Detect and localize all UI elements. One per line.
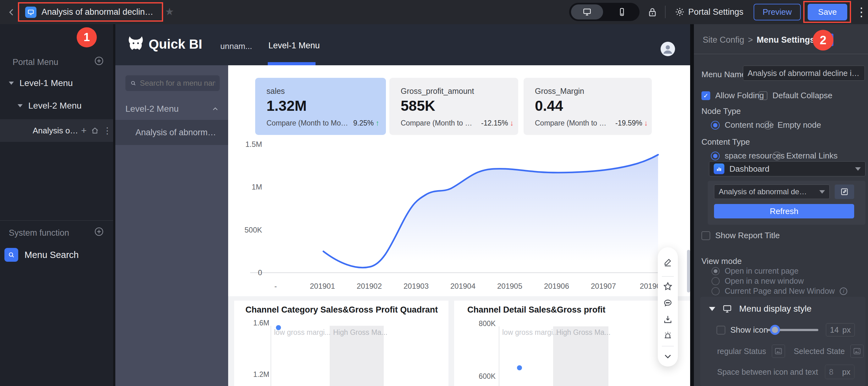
info-icon[interactable]: i — [840, 287, 847, 295]
user-icon — [661, 43, 674, 55]
radio-unselected-disabled[interactable] — [712, 277, 720, 285]
device-mobile-segment[interactable] — [606, 4, 638, 20]
image-placeholder-icon — [852, 347, 861, 356]
radio-selected-disabled[interactable] — [712, 267, 720, 275]
dashboard-tile — [714, 164, 724, 174]
add-system-function-button[interactable] — [94, 226, 104, 237]
y-tick: 1.2M — [250, 370, 269, 379]
report-select[interactable]: Analysis of abnormal decline in ... — [714, 184, 830, 199]
radio-empty-node[interactable]: Empty node — [764, 120, 821, 130]
tree-item-level1[interactable]: Level-1 Menu — [9, 77, 73, 90]
radio-unselected-disabled[interactable] — [712, 287, 720, 295]
checkbox-unchecked[interactable] — [702, 231, 710, 240]
refresh-button[interactable]: Refresh — [714, 204, 854, 218]
preview-button[interactable]: Preview — [754, 4, 801, 21]
canvas-scrollbar[interactable] — [687, 250, 690, 292]
system-function-heading: System function — [9, 228, 69, 238]
radio-unselected[interactable] — [764, 121, 772, 130]
y-tick: 1.6M — [250, 319, 269, 327]
download-button[interactable] — [663, 314, 673, 324]
space-value[interactable]: 8 — [829, 367, 833, 377]
home-button[interactable] — [91, 126, 99, 135]
icon-size-value[interactable]: 14 — [830, 325, 839, 335]
caret-down-icon[interactable] — [9, 81, 14, 85]
portal-title[interactable]: Analysis of abnormal decline ... — [41, 7, 158, 17]
edit-button[interactable] — [663, 257, 673, 267]
save-button[interactable]: Save — [808, 4, 847, 21]
resource-type-select[interactable]: Dashboard — [709, 161, 866, 176]
favorite-button[interactable] — [662, 281, 673, 292]
view-mode-option-current[interactable]: Open in current page — [712, 267, 799, 276]
add-menu-button[interactable] — [94, 56, 104, 66]
section-title: Menu display style — [739, 304, 811, 314]
space-value-box[interactable]: 8 px — [825, 365, 855, 379]
search-tile — [4, 248, 18, 262]
selected-state-upload[interactable] — [850, 345, 864, 358]
sidebar-item-menu-search[interactable]: Menu Search — [4, 248, 79, 262]
more-menu-button[interactable]: ⋮ — [856, 5, 867, 19]
nav-item-selected[interactable]: Analysis of abnormal ... — [115, 120, 228, 145]
menu-search-label: Menu Search — [25, 250, 79, 260]
x-tick: 201901 — [304, 282, 341, 291]
x-tick: - — [257, 282, 294, 291]
checkbox-unchecked[interactable] — [716, 326, 725, 335]
quadrant-chart-card: Channel Category Sales&Gross Profit Quad… — [234, 301, 448, 386]
chevron-up-icon[interactable] — [211, 105, 219, 113]
checkbox-unchecked[interactable] — [758, 91, 768, 100]
menu-search-box[interactable] — [125, 75, 220, 91]
x-tick: 201906 — [538, 282, 576, 291]
comment-button[interactable] — [663, 298, 673, 308]
content-type-label: Content Type — [702, 137, 750, 147]
show-report-title-checkbox[interactable]: Show Report Title — [702, 231, 780, 240]
topbar-divider — [665, 6, 665, 18]
checkbox-checked[interactable]: ✓ — [702, 91, 710, 100]
tree-item-selected[interactable]: Analysis of a... + ⋮ — [0, 119, 113, 142]
menu-search-input[interactable] — [140, 79, 215, 87]
chevron-left-icon — [6, 7, 17, 17]
show-icon-checkbox[interactable]: Show icon — [716, 325, 768, 335]
avatar[interactable] — [660, 42, 675, 56]
regular-status-upload[interactable] — [772, 345, 785, 358]
edit-report-button[interactable] — [835, 184, 854, 199]
y-axis-line — [271, 326, 271, 386]
pencil-icon — [663, 257, 673, 267]
node-type-label: Node Type — [702, 106, 741, 116]
sidebar-edge — [113, 24, 115, 386]
caret-down-icon — [819, 190, 825, 194]
plus-circle-icon — [94, 226, 104, 237]
radio-selected[interactable] — [711, 121, 720, 130]
collapse-toolbar-button[interactable] — [662, 351, 673, 361]
add-child-button[interactable]: + — [81, 125, 87, 136]
display-style-header[interactable]: Menu display style — [709, 304, 811, 314]
default-collapse-checkbox[interactable]: Default Collapse — [758, 91, 833, 100]
scatter-point[interactable] — [517, 365, 522, 370]
breadcrumb-parent[interactable]: Site Config — [703, 35, 744, 45]
radio-selected[interactable] — [711, 151, 720, 161]
x-tick: 201902 — [350, 282, 388, 291]
tree-item-level2[interactable]: Level-2 Menu — [18, 100, 82, 112]
y-tick: 800K — [475, 319, 496, 328]
icon-size-slider-knob[interactable] — [770, 325, 780, 335]
back-button[interactable] — [6, 7, 17, 17]
view-mode-option-new-window[interactable]: Open in a new window — [712, 277, 804, 286]
regular-status-row: regular Status Selected State — [717, 345, 864, 358]
nav-group-level2[interactable]: Level-2 Menu — [115, 99, 228, 118]
caret-down-icon[interactable] — [18, 104, 23, 107]
radio-unselected[interactable] — [772, 151, 781, 161]
radio-label: Current Page and New Window — [725, 286, 835, 295]
lock-button[interactable] — [646, 5, 659, 19]
item-more-button[interactable]: ⋮ — [103, 126, 112, 136]
view-mode-option-both[interactable]: Current Page and New Window i — [712, 286, 847, 295]
portal-settings-button[interactable]: Portal Settings — [674, 6, 744, 18]
allow-folding-checkbox[interactable]: ✓ Allow Folding — [702, 91, 764, 100]
icon-size-box[interactable]: 14 px — [826, 323, 855, 337]
device-desktop-segment[interactable] — [571, 4, 603, 20]
annotation-badge-1: 1 — [77, 27, 97, 47]
scatter-point[interactable] — [276, 325, 281, 330]
tab-level1-menu[interactable]: Level-1 Menu — [268, 41, 320, 50]
caret-down-icon[interactable] — [709, 307, 715, 311]
alert-button[interactable] — [663, 330, 673, 340]
favorite-star-icon[interactable]: ★ — [165, 6, 174, 17]
radio-external-links[interactable]: External Links — [772, 151, 838, 161]
menu-name-input[interactable] — [743, 66, 865, 81]
